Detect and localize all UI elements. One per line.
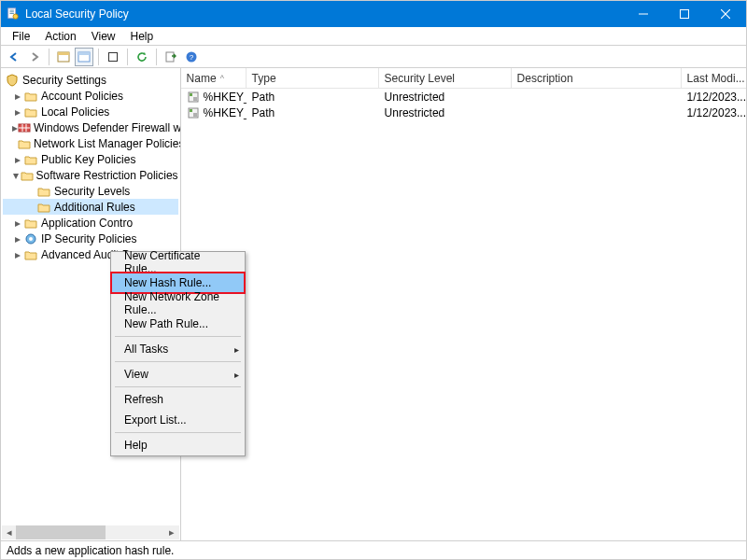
folder-icon — [36, 184, 51, 199]
menu-bar: File Action View Help — [1, 27, 746, 46]
title-bar: Local Security Policy — [1, 1, 746, 27]
scroll-track[interactable] — [16, 525, 165, 539]
back-button[interactable] — [5, 48, 23, 66]
toolbar-separator — [98, 49, 99, 65]
expand-icon[interactable]: ▸ — [12, 90, 23, 103]
action-button[interactable] — [54, 48, 73, 66]
svg-rect-2 — [10, 11, 14, 12]
ctx-new-path-rule[interactable]: New Path Rule... — [111, 314, 245, 334]
tree-horizontal-scrollbar[interactable]: ◂ ▸ — [2, 525, 179, 539]
col-security-level[interactable]: Security Level — [379, 68, 512, 88]
status-text: Adds a new application hash rule. — [7, 544, 174, 557]
help-button[interactable]: ? — [182, 48, 201, 66]
sort-asc-icon: ^ — [220, 74, 224, 83]
ctx-refresh[interactable]: Refresh — [111, 389, 245, 410]
ctx-new-certificate-rule[interactable]: New Certificate Rule... — [111, 252, 245, 273]
delete-button[interactable] — [104, 48, 122, 66]
svg-rect-6 — [681, 10, 689, 19]
col-type[interactable]: Type — [247, 68, 379, 88]
close-button[interactable] — [705, 1, 746, 27]
collapse-icon[interactable]: ▾ — [12, 169, 21, 182]
status-bar: Adds a new application hash rule. — [1, 540, 746, 559]
tree-security-levels[interactable]: ▸ Security Levels — [3, 183, 178, 199]
scroll-left-icon[interactable]: ◂ — [2, 525, 16, 539]
tree-app-control[interactable]: ▸ Application Contro — [3, 215, 178, 231]
list-rows: %HKEY_LOC... Path Unrestricted 1/12/2023… — [181, 89, 746, 540]
svg-line-7 — [721, 9, 730, 19]
tree-local-policies[interactable]: ▸ Local Policies — [3, 104, 178, 119]
svg-rect-10 — [58, 52, 69, 55]
list-row[interactable]: %HKEY_LOC... Path Unrestricted 1/12/2023… — [181, 105, 746, 120]
tree-ipsec[interactable]: ▸ IP Security Policies — [3, 231, 178, 246]
folder-open-icon — [36, 200, 51, 215]
minimize-button[interactable] — [623, 1, 664, 27]
ctx-view[interactable]: View▸ — [111, 364, 245, 385]
window-title: Local Security Policy — [25, 7, 129, 21]
folder-icon — [23, 152, 38, 167]
scroll-right-icon[interactable]: ▸ — [165, 525, 179, 539]
svg-rect-3 — [10, 13, 14, 14]
tree-firewall[interactable]: ▸ Windows Defender Firewall with Adva — [3, 119, 178, 135]
ctx-all-tasks[interactable]: All Tasks▸ — [111, 339, 245, 359]
ctx-separator — [115, 386, 241, 387]
column-headers: Name ^ Type Security Level Description L… — [181, 68, 746, 89]
menu-help[interactable]: Help — [123, 28, 162, 45]
col-name[interactable]: Name ^ — [181, 68, 247, 88]
tree-root[interactable]: Security Settings — [3, 72, 178, 88]
col-description[interactable]: Description — [512, 68, 682, 88]
submenu-arrow-icon: ▸ — [234, 344, 239, 355]
up-button[interactable] — [75, 48, 93, 66]
svg-line-8 — [721, 9, 730, 19]
expand-icon[interactable]: ▸ — [12, 153, 23, 166]
list-pane: Name ^ Type Security Level Description L… — [181, 68, 746, 540]
svg-rect-13 — [109, 52, 118, 61]
folder-icon — [23, 105, 38, 119]
app-icon — [7, 7, 20, 21]
folder-icon — [18, 136, 31, 151]
shield-icon — [5, 73, 20, 88]
expand-icon[interactable]: ▸ — [12, 232, 23, 245]
ctx-separator — [115, 336, 241, 337]
ctx-separator — [115, 432, 241, 433]
registry-icon — [187, 91, 200, 104]
svg-point-22 — [29, 237, 33, 241]
svg-rect-24 — [190, 93, 192, 96]
svg-rect-12 — [78, 52, 90, 55]
menu-action[interactable]: Action — [37, 28, 83, 45]
ctx-help[interactable]: Help — [111, 435, 245, 455]
expand-icon[interactable]: ▸ — [12, 248, 23, 261]
scroll-thumb[interactable] — [16, 525, 106, 539]
maximize-button[interactable] — [664, 1, 705, 27]
svg-rect-27 — [190, 109, 192, 112]
menu-file[interactable]: File — [5, 28, 37, 45]
folder-icon — [23, 89, 38, 104]
menu-view[interactable]: View — [84, 28, 123, 45]
refresh-button[interactable] — [133, 48, 151, 66]
svg-rect-28 — [193, 113, 197, 117]
col-last-modified[interactable]: Last Modi... — [682, 68, 746, 88]
folder-icon — [23, 216, 38, 231]
submenu-arrow-icon: ▸ — [234, 370, 239, 380]
toolbar: ? — [1, 46, 746, 68]
toolbar-separator — [49, 49, 49, 65]
list-row[interactable]: %HKEY_LOC... Path Unrestricted 1/12/2023… — [181, 89, 746, 105]
ctx-export-list[interactable]: Export List... — [111, 410, 245, 430]
registry-icon — [187, 106, 200, 119]
toolbar-separator — [156, 49, 157, 65]
tree-srp[interactable]: ▾ Software Restriction Policies — [3, 167, 178, 183]
export-button[interactable] — [162, 48, 180, 66]
expand-icon[interactable]: ▸ — [12, 105, 23, 119]
folder-icon — [23, 247, 38, 262]
ctx-separator — [115, 361, 241, 362]
firewall-icon — [18, 120, 31, 135]
folder-icon — [21, 168, 34, 183]
tree-account-policies[interactable]: ▸ Account Policies — [3, 88, 178, 104]
forward-button[interactable] — [25, 48, 44, 66]
tree-netlist[interactable]: ▸ Network List Manager Policies — [3, 135, 178, 151]
ctx-new-network-zone-rule[interactable]: New Network Zone Rule... — [111, 293, 245, 314]
tree-additional-rules[interactable]: ▸ Additional Rules — [3, 199, 178, 215]
tree-pubkey[interactable]: ▸ Public Key Policies — [3, 151, 178, 167]
svg-rect-14 — [166, 52, 174, 62]
svg-rect-25 — [193, 97, 197, 101]
expand-icon[interactable]: ▸ — [12, 217, 23, 230]
